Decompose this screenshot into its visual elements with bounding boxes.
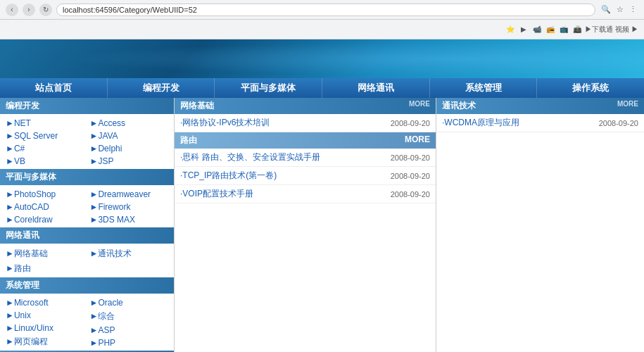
sidebar-link-general[interactable]: ►综合 <box>87 309 172 324</box>
item-date-ipv6: 2008-09-20 <box>391 119 430 127</box>
sidebar-link-coreldraw[interactable]: ►Coreldraw <box>3 213 87 226</box>
sidebar-col-left-2: ►PhotoShop ►AutoCAD ►Coreldraw <box>3 188 87 226</box>
list-item[interactable]: ·TCP_IP路由技术(第一卷) 2008-09-20 <box>175 167 436 185</box>
list-item[interactable]: ·思科 路由、交换、安全设置实战手册 2008-09-20 <box>175 149 436 167</box>
section-more-routing[interactable]: MORE <box>405 134 430 146</box>
sidebar-link-net[interactable]: ►NET <box>3 117 87 130</box>
sidebar-link-netbasic[interactable]: ►网络基础 <box>3 246 87 261</box>
sidebar-section-network: 网络通讯 <box>0 227 174 244</box>
item-title-ipv6: ·网络协议-IPv6技术培训 <box>180 117 270 129</box>
nav-system[interactable]: 系统管理 <box>430 78 538 98</box>
hero-banner <box>0 39 644 78</box>
section-title-netbasic: 网络基础 <box>180 100 214 112</box>
toolbar-icon-4[interactable]: 📻 <box>545 24 556 35</box>
toolbar-icon-2[interactable]: ▶ <box>518 24 529 35</box>
sidebar-link-access[interactable]: ►Access <box>87 117 172 130</box>
main-layout: 编程开发 ►NET ►SQL Server ►C# ►VB ►Access ►J… <box>0 98 644 352</box>
browser-action-icons: 🔍 ☆ ⋮ <box>600 4 638 15</box>
content-area: 网络基础 MORE ·网络协议-IPv6技术培训 2008-09-20 路由 M… <box>175 98 644 352</box>
search-icon[interactable]: 🔍 <box>600 4 612 15</box>
list-item[interactable]: ·VOIP配置技术手册 2008-09-20 <box>175 185 436 203</box>
nav-bar: 站点首页 编程开发 平面与多媒体 网络通讯 系统管理 操作系统 <box>0 78 644 98</box>
sidebar-sysadmin-links: ►Microsoft ►Unix ►Linux/Uinx ►网页编程 ►Orac… <box>0 295 174 351</box>
nav-multimedia[interactable]: 平面与多媒体 <box>215 78 322 98</box>
toolbar-icon-1[interactable]: ⭐ <box>505 24 516 35</box>
sidebar-link-csharp[interactable]: ►C# <box>3 142 87 155</box>
star-icon[interactable]: ☆ <box>615 4 625 15</box>
sidebar-link-vb[interactable]: ►VB <box>3 155 87 168</box>
sidebar-link-autocad[interactable]: ►AutoCAD <box>3 201 87 213</box>
sidebar-network-links: ►网络基础 ►路由 ►通讯技术 <box>0 245 174 277</box>
sidebar-col-left-4: ►Microsoft ►Unix ►Linux/Uinx ►网页编程 <box>3 296 87 349</box>
sidebar-link-3dsmax[interactable]: ►3DS MAX <box>87 213 172 226</box>
section-header-routing: 路由 MORE <box>175 132 436 149</box>
toolbar-icon-6[interactable]: 📠 <box>572 24 583 35</box>
forward-button[interactable]: › <box>23 4 35 16</box>
content-left: 网络基础 MORE ·网络协议-IPv6技术培训 2008-09-20 路由 M… <box>175 98 436 352</box>
sidebar-link-linuxuinx[interactable]: ►Linux/Uinx <box>3 322 87 334</box>
sidebar-link-asp[interactable]: ►ASP <box>87 324 172 337</box>
sidebar-link-unix[interactable]: ►Unix <box>3 309 87 322</box>
section-more-netbasic[interactable]: MORE <box>409 100 430 112</box>
menu-icon[interactable]: ⋮ <box>628 4 638 15</box>
sidebar-link-comms[interactable]: ►通讯技术 <box>87 246 172 261</box>
sidebar-multimedia-links: ►PhotoShop ►AutoCAD ►Coreldraw ►Dreamwea… <box>0 187 174 227</box>
item-date-cisco: 2008-09-20 <box>391 153 430 162</box>
item-date-voip: 2008-09-20 <box>391 190 430 199</box>
sidebar-link-firework[interactable]: ►Firework <box>87 201 172 213</box>
sidebar-link-routing[interactable]: ►路由 <box>3 261 87 276</box>
nav-home[interactable]: 站点首页 <box>0 78 108 98</box>
sidebar-programming-links: ►NET ►SQL Server ►C# ►VB ►Access ►JAVA ►… <box>0 115 174 169</box>
list-item[interactable]: ·网络协议-IPv6技术培训 2008-09-20 <box>175 114 436 132</box>
content-right: 通讯技术 MORE ·WCDMA原理与应用 2008-09-20 <box>436 98 644 352</box>
sidebar: 编程开发 ►NET ►SQL Server ►C# ►VB ►Access ►J… <box>0 98 175 352</box>
sidebar-link-photoshop[interactable]: ►PhotoShop <box>3 188 87 201</box>
sidebar-link-webprog[interactable]: ►网页编程 <box>3 334 87 349</box>
section-title-routing: 路由 <box>180 134 197 146</box>
item-date-wcdma: 2008-09-20 <box>599 119 638 127</box>
item-title-tcpip: ·TCP_IP路由技术(第一卷) <box>180 170 277 182</box>
item-date-tcpip: 2008-09-20 <box>391 172 430 180</box>
nav-programming[interactable]: 编程开发 <box>108 78 215 98</box>
back-button[interactable]: ‹ <box>6 4 18 16</box>
item-title-wcdma: ·WCDMA原理与应用 <box>442 117 519 129</box>
section-title-commstech: 通讯技术 <box>442 100 476 112</box>
nav-network[interactable]: 网络通讯 <box>322 78 430 98</box>
sidebar-link-java[interactable]: ►JAVA <box>87 130 172 142</box>
browser-toolbar: ⭐ ▶ 📹 📻 📺 📠 ▶下载通 视频 ▶ <box>0 20 644 39</box>
nav-os[interactable]: 操作系统 <box>537 78 644 98</box>
address-bar[interactable] <box>56 4 595 16</box>
sidebar-section-sysadmin: 系统管理 <box>0 277 174 294</box>
list-item[interactable]: ·WCDMA原理与应用 2008-09-20 <box>436 114 644 132</box>
item-title-voip: ·VOIP配置技术手册 <box>180 188 253 200</box>
section-header-commstech: 通讯技术 MORE <box>436 98 644 114</box>
sidebar-link-oracle[interactable]: ►Oracle <box>87 296 172 309</box>
sidebar-col-right-1: ►Access ►JAVA ►Delphi ►JSP <box>87 117 172 168</box>
sidebar-section-programming: 编程开发 <box>0 98 174 114</box>
sidebar-link-microsoft[interactable]: ►Microsoft <box>3 296 87 309</box>
item-title-cisco: ·思科 路由、交换、安全设置实战手册 <box>180 151 320 163</box>
sidebar-link-php[interactable]: ►PHP <box>87 337 172 349</box>
sidebar-link-sqlserver[interactable]: ►SQL Server <box>3 130 87 142</box>
sidebar-col-right-3: ►通讯技术 <box>87 246 172 276</box>
top-links[interactable]: ▶下载通 视频 ▶ <box>585 24 638 35</box>
section-header-netbasic: 网络基础 MORE <box>175 98 436 114</box>
toolbar-icon-5[interactable]: 📺 <box>558 24 569 35</box>
sidebar-col-right-2: ►Dreamweaver ►Firework ►3DS MAX <box>87 188 172 226</box>
toolbar-icon-3[interactable]: 📹 <box>531 24 543 35</box>
browser-chrome: ‹ › ↻ 🔍 ☆ ⋮ <box>0 0 644 20</box>
section-more-commstech[interactable]: MORE <box>617 100 638 112</box>
sidebar-section-multimedia: 平面与多媒体 <box>0 169 174 185</box>
sidebar-link-jsp[interactable]: ►JSP <box>87 155 172 168</box>
sidebar-col-left-3: ►网络基础 ►路由 <box>3 246 87 276</box>
sidebar-link-delphi[interactable]: ►Delphi <box>87 142 172 155</box>
sidebar-link-dreamweaver[interactable]: ►Dreamweaver <box>87 188 172 201</box>
sidebar-col-left-1: ►NET ►SQL Server ►C# ►VB <box>3 117 87 168</box>
reload-button[interactable]: ↻ <box>39 4 52 16</box>
sidebar-col-right-4: ►Oracle ►综合 ►ASP ►PHP <box>87 296 172 349</box>
toolbar-icons: ⭐ ▶ 📹 📻 📺 📠 ▶下载通 视频 ▶ <box>505 24 638 35</box>
